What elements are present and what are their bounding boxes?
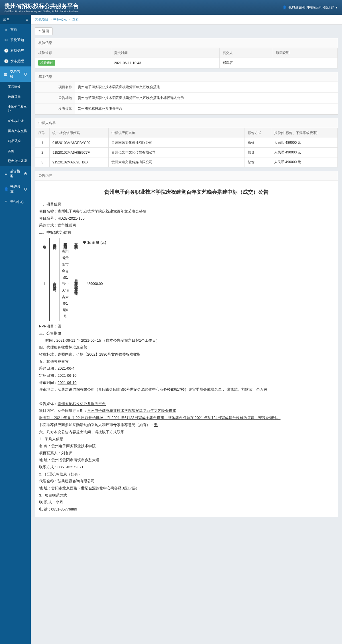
status-badge: 核验通过: [38, 60, 55, 66]
crumb-3: 查看: [72, 17, 79, 21]
app-header: 贵州省招标投标公共服务平台 GuiZhou Province Tendering…: [0, 0, 342, 15]
header-left: 贵州省招标投标公共服务平台 GuiZhou Province Tendering…: [5, 2, 79, 13]
announce-body: 贵州电子商务职业技术学院庆祝建党百年文艺晚会搭建中标（成交）公告 一、项目信息 …: [35, 181, 338, 517]
sidebar-item-1[interactable]: ✉系统通知: [0, 35, 31, 45]
sidebar-sub-2[interactable]: 土地使用权出让: [0, 102, 31, 116]
sidebar-sub-1[interactable]: 政府采购: [0, 92, 31, 102]
nav-icon: 👤: [4, 187, 8, 191]
sidebar-sub-0[interactable]: 工程建设: [0, 82, 31, 92]
sidebar-sub-3[interactable]: 矿业权出让: [0, 116, 31, 126]
sidebar-item-5[interactable]: ≡诚信档案•: [0, 166, 31, 181]
sidebar-sub-6[interactable]: 其他: [0, 146, 31, 156]
user-icon: 👤: [282, 5, 287, 9]
panel-verify-title: 核验信息: [35, 38, 338, 48]
sidebar-item-3[interactable]: 🕓发布提醒: [0, 56, 31, 66]
chevron-down-icon: ▾: [336, 5, 337, 9]
crumb-1[interactable]: 其他项目: [35, 17, 48, 21]
user-name: 弘典建设咨询有限公司-郑廷容: [288, 5, 334, 10]
app-title: 贵州省招标投标公共服务平台: [5, 2, 79, 10]
panel-verify: 核验信息 核验状态提交时间提交人原因说明 核验通过 2021-06-11 10:…: [35, 38, 338, 68]
winners-table: 序号统一社会信用代码中标供应商名称报价方式报价(中标价、下浮率或费率) 1915…: [35, 128, 338, 167]
nav-icon: ≡: [4, 172, 7, 176]
panel-winners: 中标人名单 序号统一社会信用代码中标供应商名称报价方式报价(中标价、下浮率或费率…: [35, 118, 338, 167]
panel-announce: 公告内容 贵州电子商务职业技术学院庆祝建党百年文艺晚会搭建中标（成交）公告 一、…: [35, 171, 338, 517]
sidebar: 菜单 ≡ ⌂首页✉系统通知🕓逾期提醒🕓发布提醒▦交易信息−工程建设政府采购土地使…: [0, 15, 31, 644]
nav-icon: ?: [4, 200, 8, 204]
panel-basic: 基本信息 项目名称贵州电子商务职业技术学院庆祝建党百年文艺晚会搭建公告标题贵州电…: [35, 72, 338, 115]
announce-title: 贵州电子商务职业技术学院庆祝建党百年文艺晚会搭建中标（成交）公告: [39, 187, 334, 197]
app-subtitle: GuiZhou Province Tendering and Bidding P…: [5, 10, 79, 13]
sidebar-item-2[interactable]: 🕓逾期提醒: [0, 45, 31, 56]
bid-table: 序号 中标供应商 中标供应商地址 主要中标内容 中 标 金 额 (元) 1 贵州…: [39, 238, 108, 321]
expand-icon: •: [24, 172, 27, 175]
table-row: 191520103MA6DPBYC00贵州同频文化传播有限公司总价人民币 489…: [35, 138, 338, 148]
menu-icon[interactable]: ≡: [26, 18, 28, 22]
sidebar-sub-5[interactable]: 药品采购: [0, 136, 31, 146]
sidebar-header: 菜单 ≡: [0, 15, 31, 24]
main-content: 其他项目 › 中标公示 › 查看 ⟲ 返回 核验信息 核验状态提交时间提交人原因…: [31, 15, 342, 644]
crumb-2[interactable]: 中标公示: [53, 17, 67, 21]
sidebar-sub-7[interactable]: 已发公告处理: [0, 156, 31, 166]
nav-icon: 🕓: [4, 59, 8, 63]
nav-icon: 🕓: [4, 48, 8, 53]
sidebar-item-0[interactable]: ⌂首页: [0, 24, 31, 35]
verify-table: 核验状态提交时间提交人原因说明 核验通过 2021-06-11 10:43 郑廷…: [35, 48, 338, 68]
nav-icon: ⌂: [4, 27, 8, 32]
sidebar-item-4[interactable]: ▦交易信息−: [0, 66, 31, 82]
back-button[interactable]: ⟲ 返回: [35, 27, 53, 35]
sidebar-item-6[interactable]: 👤帐户设置•: [0, 181, 31, 197]
nav-icon: ✉: [4, 38, 8, 42]
user-area[interactable]: 👤 弘典建设咨询有限公司-郑廷容 ▾: [282, 5, 337, 10]
collapse-icon: −: [24, 73, 27, 76]
table-row: 391520102MA6J9LTB6X贵州大道文化传媒有限公司总价人民币 490…: [35, 157, 338, 167]
expand-icon: •: [24, 188, 27, 191]
breadcrumb: 其他项目 › 中标公示 › 查看: [31, 15, 342, 25]
sidebar-sub-4[interactable]: 国有产权交易: [0, 126, 31, 136]
nav-icon: ▦: [4, 72, 7, 76]
sidebar-item-7[interactable]: ?帮助中心: [0, 197, 31, 207]
table-row: 291520102MA6H8B5C7F贵州亿光年文化传媒有限公司总价人民币 49…: [35, 148, 338, 157]
